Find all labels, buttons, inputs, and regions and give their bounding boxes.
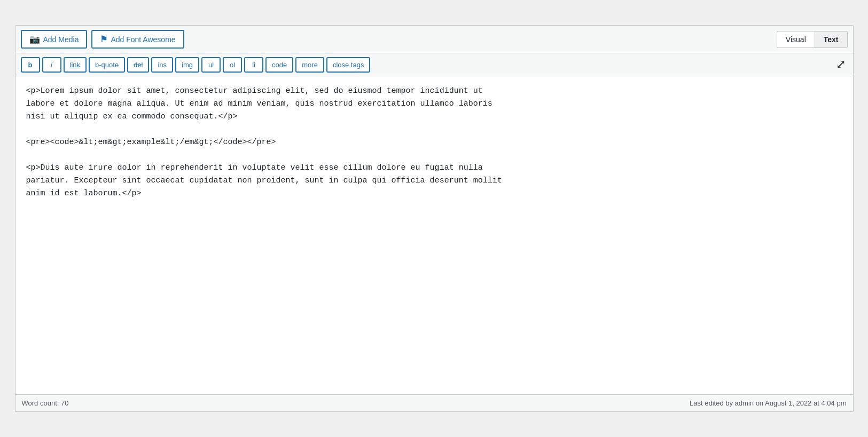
word-count: Word count: 70 [22,399,69,407]
add-font-awesome-label: Add Font Awesome [111,35,175,44]
format-italic-button[interactable]: i [42,57,61,73]
editor-textarea[interactable] [26,85,842,384]
format-link-button[interactable]: link [64,57,87,73]
view-tabs: Visual Text [777,31,848,48]
toolbar-top: 📷 Add Media ⚑ Add Font Awesome Visual Te… [15,26,853,53]
format-code-button[interactable]: code [265,57,293,73]
format-ul-button[interactable]: ul [201,57,221,73]
tab-text[interactable]: Text [815,31,848,48]
format-bold-button[interactable]: b [21,57,40,73]
format-img-button[interactable]: img [175,57,199,73]
format-close-tags-button[interactable]: close tags [326,57,371,73]
status-bar: Word count: 70 Last edited by admin on A… [15,394,853,411]
toolbar-format: b i link b-quote del ins img ul [15,53,853,76]
toolbar-top-left: 📷 Add Media ⚑ Add Font Awesome [21,30,184,49]
last-edited: Last edited by admin on August 1, 2022 a… [690,399,846,407]
format-ins-button[interactable]: ins [151,57,173,73]
editor-container: 📷 Add Media ⚑ Add Font Awesome Visual Te… [15,25,854,412]
add-media-label: Add Media [43,35,79,44]
editor-area [15,76,853,394]
format-bquote-button[interactable]: b-quote [89,57,125,73]
tab-visual[interactable]: Visual [777,31,815,48]
format-buttons: b i link b-quote del ins img ul [21,57,371,73]
add-media-button[interactable]: 📷 Add Media [21,30,88,49]
expand-icon[interactable]: ⤢ [834,57,848,73]
format-del-button[interactable]: del [127,57,149,73]
format-ol-button[interactable]: ol [223,57,242,73]
add-media-icon: 📷 [29,34,40,44]
format-li-button[interactable]: li [244,57,263,73]
format-more-button[interactable]: more [295,57,324,73]
font-awesome-icon: ⚑ [100,34,107,44]
add-font-awesome-button[interactable]: ⚑ Add Font Awesome [91,30,184,49]
